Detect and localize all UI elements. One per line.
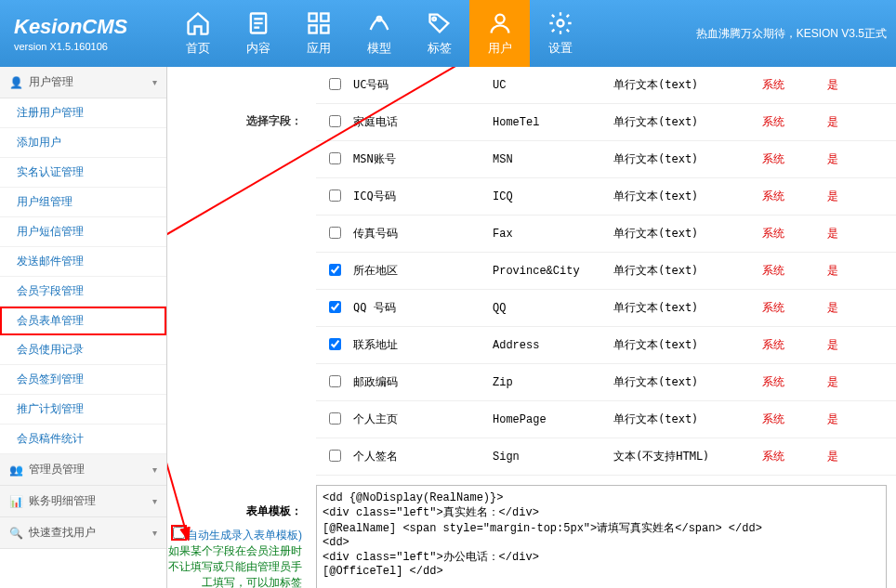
nav-tab-user[interactable]: 用户 [469,0,530,67]
field-req: 是 [827,337,883,353]
field-sys: 系统 [762,412,827,427]
sidebar-item-usergroup[interactable]: 用户组管理 [0,188,166,217]
user-icon [487,10,513,36]
field-name: 联系地址 [353,337,493,353]
chevron-down-icon: ▾ [152,496,157,506]
nav-tab-apps[interactable]: 应用 [288,0,349,67]
field-code: HomePage [493,413,613,426]
field-row: ICQ号码 ICQ 单行文本(text) 系统 是 [316,178,896,216]
field-row: 个人签名 Sign 文本(不支持HTML) 系统 是 [316,438,896,476]
field-checkbox[interactable] [329,264,341,276]
field-name: 家庭电话 [353,114,493,130]
sidebar-item-member-field[interactable]: 会员字段管理 [0,277,166,307]
nav-tab-content[interactable]: 内容 [228,0,288,67]
template-area: 表单模板： 自动生成录入表单模板) 如果某个字段在会员注册时不让填写或只能由管理… [167,485,896,588]
home-icon [185,10,211,36]
sidebar-item-promo[interactable]: 推广计划管理 [0,395,166,425]
nav-tab-settings[interactable]: 设置 [530,0,590,67]
field-checkbox[interactable] [329,375,341,387]
field-checkbox[interactable] [329,78,341,90]
sidebar-item-usage-log[interactable]: 会员使用记录 [0,335,166,365]
field-name: QQ 号码 [353,300,493,316]
sidebar-group-quick-search[interactable]: 🔍 快速查找用户 ▾ [0,517,166,549]
field-checkbox[interactable] [329,152,341,164]
sidebar-item-checkin[interactable]: 会员签到管理 [0,365,166,395]
nav-label: 应用 [307,40,331,57]
finance-icon: 📊 [9,495,23,508]
field-sys: 系统 [762,300,827,316]
code-line: [@RealName] <span style="margin-top:5px"… [323,520,880,536]
field-checkbox[interactable] [329,227,341,239]
field-type: 单行文本(text) [613,374,762,390]
field-checkbox[interactable] [329,450,341,462]
field-req: 是 [827,449,883,464]
sidebar-item-reg-user[interactable]: 注册用户管理 [0,98,166,128]
field-row: 家庭电话 HomeTel 单行文本(text) 系统 是 [316,104,896,141]
field-name: ICQ号码 [353,189,493,204]
field-req: 是 [827,374,883,390]
sidebar-item-member-form[interactable]: 会员表单管理 [0,307,166,335]
field-checkbox[interactable] [329,301,341,313]
field-row: 联系地址 Address 单行文本(text) 系统 是 [316,327,896,364]
field-row: 个人主页 HomePage 单行文本(text) 系统 是 [316,401,896,438]
field-name: 所在地区 [353,263,493,279]
admin-icon: 👥 [9,464,23,477]
sidebar-item-realname[interactable]: 实名认证管理 [0,158,166,188]
field-req: 是 [827,412,883,427]
field-req: 是 [827,226,883,242]
chevron-down-icon: ▾ [152,77,157,87]
logo-version: version X1.5.160106 [14,41,167,52]
chevron-down-icon: ▾ [152,528,157,538]
field-code: ICQ [493,190,613,203]
auto-generate-checkbox[interactable] [173,527,185,539]
sidebar-item-sms[interactable]: 用户短信管理 [0,217,166,247]
sidebar-group-title: 用户管理 [29,74,73,90]
field-checkbox[interactable] [329,115,341,127]
nav-tab-model[interactable]: 模型 [349,0,409,67]
field-sys: 系统 [762,449,827,464]
nav-tab-tag[interactable]: 标签 [409,0,469,67]
sidebar-group-admin-manage[interactable]: 👥 管理员管理 ▾ [0,454,166,486]
user-manage-icon: 👤 [9,76,23,89]
sidebar-item-add-user[interactable]: 添加用户 [0,128,166,158]
field-name: 个人签名 [353,449,493,464]
field-req: 是 [827,151,883,167]
field-code: UC [493,79,613,92]
field-code: MSN [493,153,613,166]
field-table: UC号码 UC 单行文本(text) 系统 是 家庭电话 HomeTel 单行文… [316,67,896,476]
template-code-box[interactable]: <dd {@NoDisplay(RealName)}> <div class="… [316,485,887,588]
field-type: 单行文本(text) [613,263,762,279]
sidebar-item-contrib-stats[interactable]: 会员稿件统计 [0,425,166,454]
field-checkbox[interactable] [329,338,341,350]
field-name: UC号码 [353,77,493,93]
code-line: <dd> [323,536,880,549]
field-sys: 系统 [762,263,827,279]
field-checkbox[interactable] [329,189,341,202]
auto-generate-link[interactable]: 自动生成录入表单模板) [187,529,302,542]
field-code: HomeTel [493,116,613,129]
sidebar-group-title: 账务明细管理 [29,493,96,509]
field-code: Fax [493,228,613,241]
field-sys: 系统 [762,226,827,242]
header-right-text: 热血沸腾万众期待，KESION V3.5正式 [590,26,896,42]
logo-area: KesionCMS version X1.5.160106 [0,15,167,52]
sidebar-group-user-manage[interactable]: 👤 用户管理 ▾ [0,67,166,98]
field-sys: 系统 [762,114,827,130]
nav-tab-home[interactable]: 首页 [167,0,228,67]
nav-label: 标签 [428,40,452,57]
nav-tabs: 首页 内容 应用 模型 标签 用户 设置 [167,0,590,67]
sidebar-group-finance[interactable]: 📊 账务明细管理 ▾ [0,486,166,517]
sidebar: 👤 用户管理 ▾ 注册用户管理 添加用户 实名认证管理 用户组管理 用户短信管理… [0,67,167,588]
svg-rect-5 [321,14,328,21]
field-type: 单行文本(text) [613,226,762,242]
template-hint-green: 如果某个字段在会员注册时不让填写或只能由管理员手工填写，可以加标签 [167,543,302,588]
model-icon [366,10,392,36]
field-req: 是 [827,189,883,204]
field-type: 单行文本(text) [613,77,762,93]
field-code: Address [493,339,613,352]
field-type: 单行文本(text) [613,114,762,130]
field-checkbox[interactable] [329,412,341,425]
field-sys: 系统 [762,374,827,390]
sidebar-item-mail[interactable]: 发送邮件管理 [0,247,166,277]
svg-rect-6 [309,25,316,33]
